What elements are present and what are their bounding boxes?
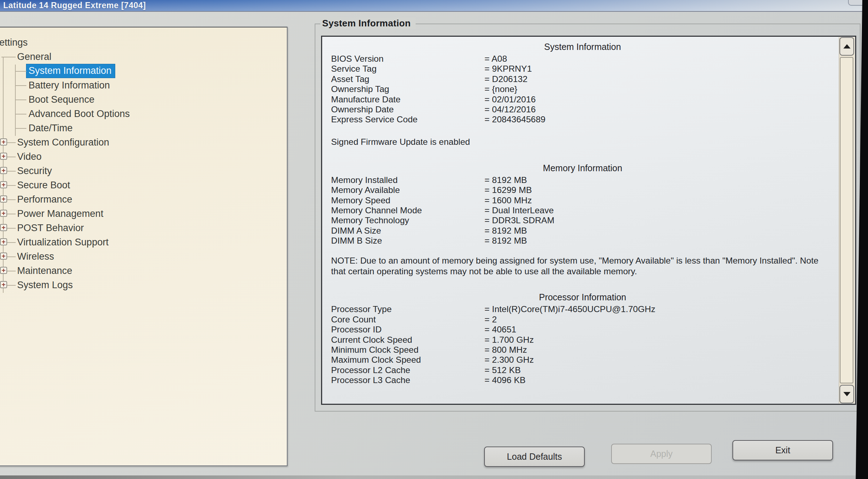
tree-item-video[interactable]: +Video bbox=[0, 149, 287, 164]
tree-item-wireless[interactable]: +Wireless bbox=[0, 249, 287, 264]
info-value-dimm-a-size: = 8192 MB bbox=[484, 226, 855, 236]
tree-item-label: Video bbox=[17, 151, 42, 162]
tree-item-system-information[interactable]: System Information bbox=[0, 64, 287, 78]
groupbox-title: System Information bbox=[320, 18, 416, 29]
info-sections: System InformationBIOS Version= A08Servi… bbox=[331, 42, 855, 386]
info-value-ownership-date: = 04/12/2016 bbox=[484, 105, 855, 114]
tree-item-label: POST Behavior bbox=[17, 223, 84, 234]
tree-item-maintenance[interactable]: +Maintenance bbox=[0, 264, 287, 278]
section-header-memory-information: Memory Information bbox=[331, 163, 834, 174]
tree-item-power-management[interactable]: +Power Management bbox=[0, 207, 287, 221]
tree-item-security[interactable]: +Security bbox=[0, 164, 287, 178]
tree-item-label: Virtualization Support bbox=[17, 237, 108, 248]
tree-item-label: Maintenance bbox=[17, 265, 72, 276]
arrow-up-icon bbox=[843, 44, 851, 49]
scroll-up-button[interactable] bbox=[839, 37, 854, 56]
exit-button[interactable]: Exit bbox=[732, 440, 833, 460]
info-label-processor-l3-cache: Processor L3 Cache bbox=[331, 375, 484, 385]
expand-plus-icon[interactable]: + bbox=[0, 238, 7, 245]
info-value-memory-installed: = 8192 MB bbox=[484, 175, 855, 185]
tree-item-label: Settings bbox=[0, 37, 28, 48]
tree-item-label: Advanced Boot Options bbox=[29, 108, 130, 119]
tree-item-label: Security bbox=[17, 165, 52, 177]
info-label-express-service-code: Express Service Code bbox=[331, 114, 484, 124]
info-label-processor-type: Processor Type bbox=[331, 304, 484, 314]
info-label-memory-installed: Memory Installed bbox=[331, 175, 484, 185]
info-value-memory-available: = 16299 MB bbox=[484, 185, 855, 195]
system-information-content: System InformationBIOS Version= A08Servi… bbox=[321, 36, 856, 405]
tree-item-label: Secure Boot bbox=[17, 180, 70, 191]
vertical-scrollbar[interactable] bbox=[839, 37, 855, 403]
tree-item-label: Wireless bbox=[17, 251, 54, 262]
info-value-bios-version: = A08 bbox=[484, 54, 855, 64]
tree-item-general[interactable]: General bbox=[0, 50, 287, 64]
info-label-dimm-b-size: DIMM B Size bbox=[331, 236, 484, 246]
info-label-memory-channel-mode: Memory Channel Mode bbox=[331, 205, 484, 215]
info-rows: Processor Type= Intel(R)Core(TM)i7-4650U… bbox=[331, 304, 855, 385]
tree-item-secure-boot[interactable]: +Secure Boot bbox=[0, 178, 287, 192]
info-value-express-service-code: = 20843645689 bbox=[484, 114, 855, 124]
info-value-memory-technology: = DDR3L SDRAM bbox=[484, 215, 855, 225]
info-label-core-count: Core Count bbox=[331, 315, 484, 325]
expand-plus-icon[interactable]: + bbox=[0, 224, 7, 231]
scroll-down-button[interactable] bbox=[839, 385, 854, 403]
bios-setup-screen: Latitude 14 Rugged Extreme [7404] Settin… bbox=[0, 0, 868, 479]
tree-item-label: General bbox=[17, 51, 51, 62]
section-header-processor-information: Processor Information bbox=[331, 292, 834, 303]
photo-bottom-shadow bbox=[0, 475, 868, 479]
expand-plus-icon[interactable]: + bbox=[0, 267, 7, 274]
info-label-bios-version: BIOS Version bbox=[331, 54, 484, 64]
apply-button[interactable]: Apply bbox=[611, 444, 712, 464]
tree-item-boot-sequence[interactable]: Boot Sequence bbox=[0, 92, 287, 107]
arrow-down-icon bbox=[843, 392, 851, 396]
scrollbar-thumb[interactable] bbox=[840, 57, 853, 383]
expand-plus-icon[interactable]: + bbox=[0, 253, 7, 260]
expand-plus-icon[interactable]: + bbox=[0, 153, 7, 160]
section-header-system-information: System Information bbox=[331, 42, 834, 52]
title-bar: Latitude 14 Rugged Extreme [7404] bbox=[0, 0, 868, 12]
expand-plus-icon[interactable]: + bbox=[0, 167, 7, 174]
info-label-current-clock-speed: Current Clock Speed bbox=[331, 335, 484, 345]
info-value-ownership-tag: = {none} bbox=[484, 84, 855, 94]
tree-item-label: Boot Sequence bbox=[29, 94, 95, 105]
tree-item-performance[interactable]: +Performance bbox=[0, 192, 287, 207]
info-value-service-tag: = 9KPRNY1 bbox=[484, 64, 855, 74]
info-label-memory-available: Memory Available bbox=[331, 185, 484, 195]
expand-plus-icon[interactable]: + bbox=[0, 210, 7, 217]
info-rows: BIOS Version= A08Service Tag= 9KPRNY1Ass… bbox=[331, 54, 855, 125]
info-label-service-tag: Service Tag bbox=[331, 64, 484, 74]
info-value-memory-speed: = 1600 MHz bbox=[484, 195, 855, 205]
note-text: NOTE: Due to an amount of memory being a… bbox=[331, 255, 831, 276]
info-value-current-clock-speed: = 1.700 GHz bbox=[484, 335, 855, 345]
expand-plus-icon[interactable]: + bbox=[0, 195, 7, 203]
info-value-processor-type: = Intel(R)Core(TM)i7-4650UCPU@1.70GHz bbox=[484, 304, 855, 314]
info-value-asset-tag: = D206132 bbox=[484, 74, 855, 84]
tree-item-system-configuration[interactable]: +System Configuration bbox=[0, 135, 287, 149]
info-label-memory-speed: Memory Speed bbox=[331, 195, 484, 205]
info-value-core-count: = 2 bbox=[484, 315, 855, 325]
info-rows: Memory Installed= 8192 MBMemory Availabl… bbox=[331, 175, 855, 246]
tree-item-label: System Configuration bbox=[17, 137, 109, 148]
expand-plus-icon[interactable]: + bbox=[0, 281, 7, 288]
tree-item-label: Date/Time bbox=[29, 123, 73, 134]
info-label-ownership-tag: Ownership Tag bbox=[331, 84, 484, 94]
tree-item-battery-information[interactable]: Battery Information bbox=[0, 78, 287, 92]
info-value-maximum-clock-speed: = 2.300 GHz bbox=[484, 355, 855, 365]
tree-item-settings-root[interactable]: Settings bbox=[0, 35, 287, 50]
tree-item-advanced-boot-options[interactable]: Advanced Boot Options bbox=[0, 107, 287, 121]
info-label-processor-l2-cache: Processor L2 Cache bbox=[331, 365, 484, 375]
tree-item-system-logs[interactable]: +System Logs bbox=[0, 278, 287, 292]
load-defaults-button[interactable]: Load Defaults bbox=[484, 447, 585, 467]
expand-plus-icon[interactable]: + bbox=[0, 138, 7, 146]
sidebar-tree: Settings GeneralSystem InformationBatter… bbox=[0, 35, 287, 292]
info-label-dimm-a-size: DIMM A Size bbox=[331, 226, 484, 236]
info-value-processor-id: = 40651 bbox=[484, 325, 855, 335]
status-text: Signed Firmware Update is enabled bbox=[331, 137, 855, 147]
tree-item-post-behavior[interactable]: +POST Behavior bbox=[0, 221, 287, 235]
info-label-manufacture-date: Manufacture Date bbox=[331, 95, 484, 105]
info-label-minimum-clock-speed: Minimum Clock Speed bbox=[331, 345, 484, 355]
tree-item-date-time[interactable]: Date/Time bbox=[0, 121, 287, 135]
expand-plus-icon[interactable]: + bbox=[0, 181, 7, 188]
tree-item-virtualization-support[interactable]: +Virtualization Support bbox=[0, 235, 287, 249]
tree-item-label: Power Management bbox=[17, 208, 103, 219]
